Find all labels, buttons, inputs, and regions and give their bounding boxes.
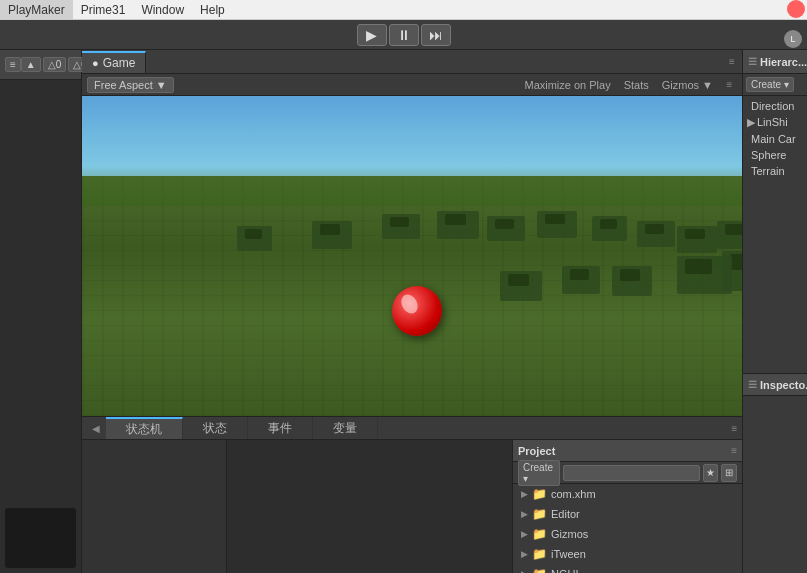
tank-1: [312, 221, 352, 249]
gizmos-btn[interactable]: Gizmos ▼: [658, 79, 717, 91]
hier-item-linshi[interactable]: ▶LinShi: [743, 114, 807, 131]
console-left: [82, 440, 227, 573]
tab-events[interactable]: 事件: [248, 417, 313, 439]
step-button[interactable]: ⏭: [421, 24, 451, 46]
tab-variables[interactable]: 变量: [313, 417, 378, 439]
project-fav-btn[interactable]: ★: [703, 464, 719, 482]
proj-folder-gizmos[interactable]: ▶📁Gizmos: [513, 524, 742, 544]
aspect-arrow: ▼: [156, 79, 167, 91]
hierarchy-icon: ☰: [748, 56, 757, 67]
horizon: [82, 166, 742, 206]
game-panel: ● Game ≡ Free Aspect ▼ Maximize on Play …: [82, 50, 742, 416]
inspector-panel: ☰ Inspecto...: [743, 373, 807, 573]
project-header: Project ≡: [513, 440, 742, 462]
left-plus-btn[interactable]: ≡: [5, 57, 21, 72]
right-panel: ☰ Hierarc... Create ▾ Direction▶LinShiMa…: [742, 50, 807, 573]
tank-14: [562, 266, 600, 294]
project-toolbar: Create ▾ ★ ⊞: [513, 462, 742, 484]
menu-prime31[interactable]: Prime31: [73, 0, 134, 19]
tank-4: [487, 216, 525, 241]
game-toolbar-menu[interactable]: ≡: [722, 75, 737, 95]
toolbar: ▶ ⏸ ⏭ L: [0, 20, 807, 50]
menu-bar: PlayMaker Prime31 Window Help: [0, 0, 807, 20]
left-bottom: ct: [0, 80, 81, 573]
game-panel-menu[interactable]: ≡: [722, 51, 742, 73]
project-create-btn[interactable]: Create ▾: [518, 460, 560, 486]
hier-item-direction[interactable]: Direction: [743, 98, 807, 114]
maximize-btn[interactable]: Maximize on Play: [520, 79, 614, 91]
play-button[interactable]: ▶: [357, 24, 387, 46]
tank-9: [717, 221, 742, 249]
inspector-icon: ☰: [748, 379, 757, 390]
bottom-panel: Project ≡ Create ▾ ★ ⊞ ▶📁com.xhm▶📁Editor…: [82, 440, 742, 573]
collapse-btn[interactable]: ◀: [86, 418, 106, 438]
hierarchy-create-btn[interactable]: Create ▾: [746, 77, 794, 92]
tank-8: [677, 226, 717, 253]
inspector-title: Inspecto...: [760, 379, 807, 391]
hierarchy-title: Hierarc...: [760, 56, 807, 68]
tab-status[interactable]: 状态: [183, 417, 248, 439]
menu-playmaker[interactable]: PlayMaker: [0, 0, 73, 19]
tab-status-machine[interactable]: 状态机: [106, 417, 183, 439]
game-toolbar: Free Aspect ▼ Maximize on Play Stats Giz…: [82, 74, 742, 96]
gizmos-label: Gizmos: [662, 79, 699, 91]
proj-folder-editor[interactable]: ▶📁Editor: [513, 504, 742, 524]
menu-help[interactable]: Help: [192, 0, 233, 19]
project-header-label: Project: [518, 445, 555, 457]
console-main: [227, 440, 512, 573]
bottom-menu[interactable]: ≡: [727, 417, 742, 439]
tank-12: [677, 256, 732, 294]
bottom-tabs: ◀ 状态机 状态 事件 变量 ≡: [82, 416, 742, 440]
tank-13: [612, 266, 652, 296]
proj-folder-itween[interactable]: ▶📁iTween: [513, 544, 742, 564]
left-num1-btn[interactable]: △0: [43, 57, 67, 72]
stats-btn[interactable]: Stats: [620, 79, 653, 91]
hier-item-terrain[interactable]: Terrain: [743, 163, 807, 179]
proj-folder-com.xhm[interactable]: ▶📁com.xhm: [513, 484, 742, 504]
menu-window[interactable]: Window: [133, 0, 192, 19]
aspect-label: Free Aspect: [94, 79, 153, 91]
project-content: ▶📁com.xhm▶📁Editor▶📁Gizmos▶📁iTween▶📁NGUI▶…: [513, 484, 742, 573]
game-tab[interactable]: ● Game: [82, 51, 146, 73]
project-tag-btn[interactable]: ⊞: [721, 464, 737, 482]
project-panel-menu[interactable]: ≡: [731, 445, 737, 456]
main-area: ≡ ▲ △0 △0 ct ● Game ≡: [0, 50, 807, 573]
tank-7: [637, 221, 675, 247]
project-search[interactable]: [563, 465, 700, 481]
ball: [392, 286, 442, 336]
tank-5: [537, 211, 577, 238]
hierarchy-header: ☰ Hierarc...: [743, 50, 807, 74]
hier-item-main-car[interactable]: Main Car: [743, 131, 807, 147]
tank-0: [237, 226, 272, 251]
proj-folder-ngui[interactable]: ▶📁NGUI: [513, 564, 742, 573]
hier-item-sphere[interactable]: Sphere: [743, 147, 807, 163]
tank-3: [437, 211, 479, 239]
game-tab-label: Game: [103, 56, 136, 70]
project-panel: Project ≡ Create ▾ ★ ⊞ ▶📁com.xhm▶📁Editor…: [512, 440, 742, 573]
hierarchy-items: Direction▶LinShiMain CarSphereTerrain: [743, 96, 807, 373]
left-top: ≡ ▲ △0 △0: [0, 50, 81, 80]
left-panel: ≡ ▲ △0 △0 ct: [0, 50, 82, 573]
hierarchy-toolbar: Create ▾: [743, 74, 807, 96]
pause-button[interactable]: ⏸: [389, 24, 419, 46]
inspector-header: ☰ Inspecto...: [743, 374, 807, 396]
left-sort-btn[interactable]: ▲: [21, 57, 41, 72]
tank-6: [592, 216, 627, 241]
center-area: ● Game ≡ Free Aspect ▼ Maximize on Play …: [82, 50, 742, 573]
aspect-dropdown[interactable]: Free Aspect ▼: [87, 77, 174, 93]
tank-15: [500, 271, 542, 301]
game-tab-bar: ● Game ≡: [82, 50, 742, 74]
ct-preview: [5, 508, 76, 568]
game-viewport: [82, 96, 742, 416]
tank-2: [382, 214, 420, 239]
